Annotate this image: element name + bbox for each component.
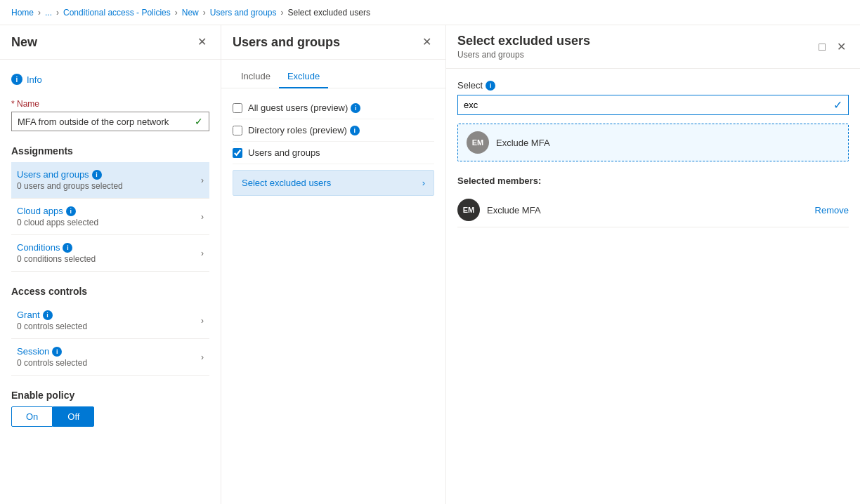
nav-item-cloud-apps-left: Cloud apps i 0 cloud apps selected	[17, 206, 98, 227]
breadcrumb-sep-1: ›	[38, 8, 41, 18]
users-and-groups-label[interactable]: Users and groups	[248, 147, 320, 158]
breadcrumb-users-groups[interactable]: Users and groups	[210, 8, 277, 18]
checkbox-all-guest-users: All guest users (preview) i	[233, 97, 434, 119]
nav-item-conditions-sub: 0 conditions selected	[17, 254, 96, 264]
all-guest-info-icon[interactable]: i	[351, 103, 360, 113]
nav-item-grant-left: Grant i 0 controls selected	[17, 310, 87, 331]
search-input-container[interactable]: ✓	[457, 95, 849, 115]
breadcrumb-home[interactable]: Home	[11, 8, 34, 18]
nav-item-users-groups-sub: 0 users and groups selected	[17, 181, 123, 191]
users-groups-info-icon[interactable]: i	[92, 170, 102, 180]
session-chevron-icon: ›	[201, 352, 204, 362]
all-guest-users-checkbox[interactable]	[233, 103, 242, 113]
nav-item-session[interactable]: Session i 0 controls selected ›	[11, 339, 209, 376]
checkbox-users-and-groups: Users and groups	[233, 142, 434, 164]
nav-item-conditions-left: Conditions i 0 conditions selected	[17, 242, 96, 264]
panel-new-header: New ✕	[0, 25, 221, 60]
breadcrumb-policies[interactable]: Conditional access - Policies	[63, 8, 171, 18]
select-excluded-users-row[interactable]: Select excluded users ›	[233, 170, 434, 196]
access-controls-title: Access controls	[11, 286, 209, 297]
nav-item-conditions[interactable]: Conditions i 0 conditions selected ›	[11, 235, 209, 272]
directory-roles-info-icon[interactable]: i	[350, 126, 360, 135]
panel-new-content: i Info Name MFA from outside of the corp…	[0, 60, 221, 504]
selected-members-label: Selected members:	[457, 175, 849, 186]
panel-excluded-header: Select excluded users Users and groups □…	[446, 25, 860, 69]
member-avatar-0: EM	[457, 199, 480, 221]
header-actions: □ ✕	[816, 37, 849, 56]
panel-excluded-title: Select excluded users	[457, 34, 590, 48]
name-input[interactable]: MFA from outside of the corp network ✓	[11, 112, 209, 131]
panel-excluded-header-left: Select excluded users Users and groups	[457, 34, 590, 60]
member-row-0: EM Exclude MFA Remove	[457, 193, 849, 227]
session-info-icon[interactable]: i	[52, 347, 62, 357]
grant-chevron-icon: ›	[201, 316, 204, 326]
checkbox-directory-roles: Directory roles (preview) i	[233, 119, 434, 142]
panel-users: Users and groups ✕ Include Exclude All g…	[221, 25, 446, 504]
grant-info-icon[interactable]: i	[43, 310, 53, 320]
select-excluded-users-label: Select excluded users	[242, 178, 331, 188]
nav-item-session-left: Session i 0 controls selected	[17, 346, 87, 368]
tab-include[interactable]: Include	[233, 65, 279, 88]
nav-item-users-groups[interactable]: Users and groups i 0 users and groups se…	[11, 162, 209, 199]
name-field-label: Name	[11, 99, 209, 109]
toggle-on-button[interactable]: On	[11, 406, 53, 427]
selected-members-section: Selected members: EM Exclude MFA Remove	[457, 175, 849, 227]
selected-item-name: Exclude MFA	[496, 138, 550, 148]
search-check-icon: ✓	[833, 98, 842, 112]
panel-excluded-close-button[interactable]: ✕	[834, 37, 849, 56]
nav-item-conditions-label: Conditions i	[17, 242, 96, 253]
nav-item-cloud-apps-label: Cloud apps i	[17, 206, 98, 216]
maximize-button[interactable]: □	[816, 38, 828, 56]
name-value: MFA from outside of the corp network	[18, 117, 169, 127]
directory-roles-label[interactable]: Directory roles (preview) i	[248, 125, 360, 135]
panel-users-content: All guest users (preview) i Directory ro…	[221, 88, 445, 504]
nav-item-cloud-apps-sub: 0 cloud apps selected	[17, 218, 98, 227]
users-and-groups-checkbox[interactable]	[233, 148, 242, 158]
panel-users-header: Users and groups ✕	[221, 25, 445, 60]
breadcrumb-new[interactable]: New	[182, 8, 199, 18]
panel-excluded: Select excluded users Users and groups □…	[446, 25, 860, 504]
nav-item-grant-sub: 0 controls selected	[17, 321, 87, 331]
member-name-0: Exclude MFA	[487, 205, 808, 215]
nav-item-session-sub: 0 controls selected	[17, 358, 87, 368]
breadcrumb-sep-2: ›	[56, 8, 59, 18]
breadcrumb-sep-3: ›	[175, 8, 178, 18]
main-layout: New ✕ i Info Name MFA from outside of th…	[0, 25, 860, 504]
conditions-chevron-icon: ›	[201, 248, 204, 258]
search-input[interactable]	[464, 100, 833, 110]
breadcrumb-tenant[interactable]: ...	[45, 8, 52, 18]
name-check-icon: ✓	[195, 116, 203, 127]
panel-new: New ✕ i Info Name MFA from outside of th…	[0, 25, 221, 504]
nav-item-grant[interactable]: Grant i 0 controls selected ›	[11, 303, 209, 339]
access-controls-section: Access controls Grant i 0 controls selec…	[11, 286, 209, 376]
tab-exclude[interactable]: Exclude	[279, 65, 328, 88]
nav-item-cloud-apps[interactable]: Cloud apps i 0 cloud apps selected ›	[11, 199, 209, 235]
toggle-off-button[interactable]: Off	[53, 406, 94, 427]
select-label: Select i	[457, 80, 849, 91]
info-label: Info	[27, 74, 42, 85]
breadcrumb-current: Select excluded users	[288, 8, 370, 18]
panel-new-close-button[interactable]: ✕	[195, 34, 209, 51]
cloud-apps-chevron-icon: ›	[201, 212, 204, 222]
cloud-apps-info-icon[interactable]: i	[66, 206, 76, 216]
panel-excluded-subtitle: Users and groups	[457, 50, 590, 60]
directory-roles-checkbox[interactable]	[233, 126, 242, 135]
panel-users-title: Users and groups	[233, 35, 340, 50]
all-guest-users-label[interactable]: All guest users (preview) i	[248, 102, 360, 113]
select-excluded-chevron-icon: ›	[422, 178, 425, 188]
breadcrumb-sep-5: ›	[281, 8, 284, 18]
panel-new-title: New	[11, 35, 37, 50]
info-bar: i Info	[11, 68, 209, 91]
panel-excluded-content: Select i ✓ EM Exclude MFA Selected membe…	[446, 69, 860, 504]
info-icon: i	[11, 74, 22, 85]
nav-item-users-groups-left: Users and groups i 0 users and groups se…	[17, 169, 123, 191]
panel-users-close-button[interactable]: ✕	[419, 34, 434, 51]
nav-item-session-label: Session i	[17, 346, 87, 357]
conditions-info-icon[interactable]: i	[63, 243, 72, 253]
breadcrumb: Home › ... › Conditional access - Polici…	[0, 0, 860, 25]
nav-item-users-groups-label: Users and groups i	[17, 169, 123, 180]
tabs: Include Exclude	[221, 65, 445, 88]
member-remove-button-0[interactable]: Remove	[815, 205, 849, 215]
assignments-title: Assignments	[11, 145, 209, 157]
select-info-icon[interactable]: i	[486, 81, 495, 91]
